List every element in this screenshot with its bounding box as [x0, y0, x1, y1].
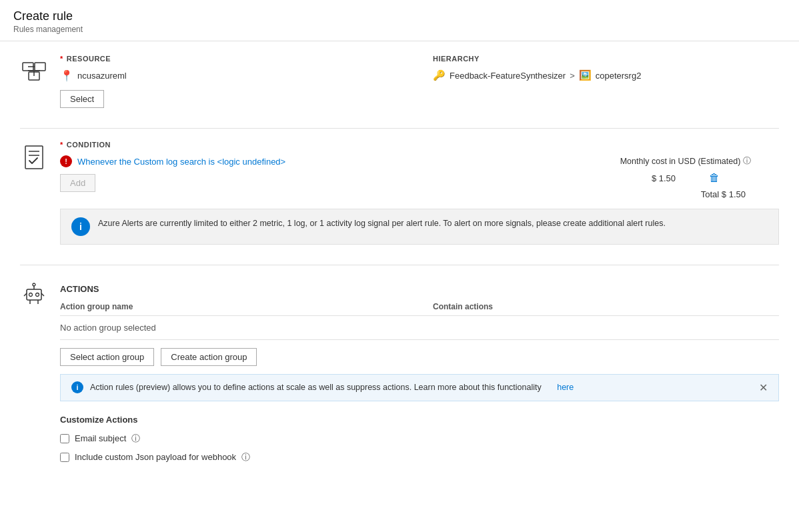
condition-info-banner: i Azure Alerts are currently limited to …	[60, 209, 779, 245]
page-subtitle: Rules management	[13, 25, 786, 34]
svg-point-11	[36, 293, 39, 297]
select-action-group-button[interactable]: Select action group	[60, 348, 154, 366]
actions-icon-area	[20, 277, 60, 311]
email-subject-info-icon: ⓘ	[131, 433, 140, 445]
create-action-group-button[interactable]: Create action group	[161, 348, 257, 366]
required-star: *	[60, 55, 63, 63]
customize-label: Customize Actions	[60, 415, 779, 425]
page-header: Create rule Rules management	[0, 0, 799, 41]
cost-value: $ 1.50	[652, 173, 676, 183]
json-payload-label: Include custom Json payload for webhook	[75, 452, 236, 462]
svg-rect-6	[25, 146, 43, 169]
actions-info-link[interactable]: here	[557, 381, 574, 394]
resource-icon-area	[20, 55, 60, 87]
svg-point-10	[29, 293, 33, 297]
resource-name: ncusazureml	[77, 71, 127, 81]
action-buttons: Select action group Create action group	[60, 348, 779, 366]
actions-table-header: Action group name Contain actions	[60, 302, 779, 316]
actions-info-icon: i	[71, 381, 83, 393]
add-condition-button[interactable]: Add	[60, 174, 95, 192]
resource-section: * RESOURCE 📍 ncusazureml Select HIERARCH…	[20, 55, 779, 108]
main-content: * RESOURCE 📍 ncusazureml Select HIERARCH…	[0, 41, 799, 503]
hierarchy-child: copetersrg2	[596, 71, 642, 81]
email-subject-label: Email subject	[75, 433, 126, 443]
resource-value: 📍 ncusazureml	[60, 69, 406, 82]
email-subject-checkbox[interactable]	[60, 434, 69, 443]
condition-body: * CONDITION ! Whenever the Custom log se…	[60, 141, 779, 245]
condition-error-icon: !	[60, 155, 72, 167]
svg-rect-1	[35, 63, 45, 71]
condition-icon-area	[20, 141, 60, 175]
cost-label: Monthly cost in USD (Estimated)	[620, 157, 741, 166]
actions-heading: ACTIONS	[60, 284, 779, 294]
condition-label: * CONDITION	[60, 141, 779, 149]
resource-type-icon: 📍	[60, 69, 73, 82]
hierarchy-chevron: >	[570, 71, 575, 81]
condition-link[interactable]: Whenever the Custom log search is <logic…	[77, 157, 285, 167]
actions-info-banner: i Action rules (preview) allows you to d…	[60, 374, 779, 401]
resource-label: * RESOURCE	[60, 55, 406, 63]
condition-section: * CONDITION ! Whenever the Custom log se…	[20, 141, 779, 245]
hierarchy-parent: Feedback-FeatureSynthesizer	[450, 71, 566, 81]
cost-total: Total $ 1.50	[701, 189, 746, 199]
dismiss-actions-banner-button[interactable]: ✕	[756, 381, 770, 394]
hierarchy-key-icon: 🔑	[433, 69, 446, 81]
condition-required-star: *	[60, 141, 63, 149]
page-title: Create rule	[13, 9, 786, 23]
actions-body: ACTIONS Action group name Contain action…	[60, 284, 779, 470]
cost-info-icon: ⓘ	[743, 155, 751, 167]
json-payload-row: Include custom Json payload for webhook …	[60, 451, 779, 463]
actions-section: ACTIONS Action group name Contain action…	[20, 277, 779, 470]
hierarchy-label: HIERARCHY	[433, 55, 779, 63]
info-circle-icon: i	[71, 217, 90, 236]
customize-section: Customize Actions Email subject ⓘ Includ…	[60, 415, 779, 463]
select-resource-button[interactable]: Select	[60, 90, 104, 108]
hierarchy-child-icon: 🖼️	[579, 69, 592, 81]
actions-info-text: Action rules (preview) allows you to def…	[90, 381, 542, 394]
hierarchy-value: 🔑 Feedback-FeatureSynthesizer > 🖼️ copet…	[433, 69, 779, 81]
json-payload-info-icon: ⓘ	[241, 451, 250, 463]
email-subject-row: Email subject ⓘ	[60, 433, 779, 445]
svg-point-13	[33, 283, 35, 286]
info-banner-text: Azure Alerts are currently limited to ei…	[98, 217, 666, 230]
no-action-selected: No action group selected	[60, 316, 779, 340]
json-payload-checkbox[interactable]	[60, 453, 69, 462]
col-contain-actions: Contain actions	[433, 302, 779, 311]
resource-body: * RESOURCE 📍 ncusazureml Select HIERARCH…	[60, 55, 779, 108]
delete-condition-icon[interactable]: 🗑	[702, 172, 720, 184]
col-action-group-name: Action group name	[60, 302, 406, 311]
